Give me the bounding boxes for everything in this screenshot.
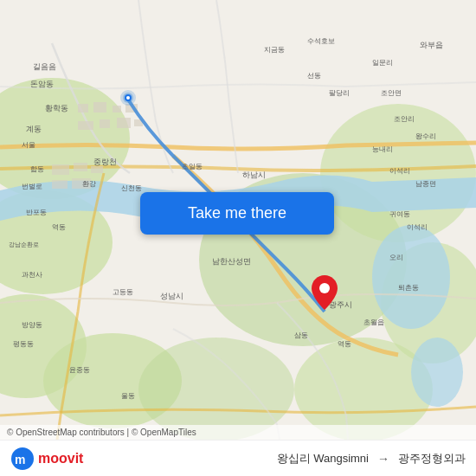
svg-text:오리: 오리 bbox=[389, 254, 403, 261]
destination-marker bbox=[312, 275, 338, 313]
svg-text:반포동: 반포동 bbox=[26, 209, 47, 216]
svg-rect-16 bbox=[78, 121, 93, 130]
svg-text:지금동: 지금동 bbox=[264, 46, 285, 54]
svg-text:울동: 울동 bbox=[121, 392, 135, 400]
svg-text:신천동: 신천동 bbox=[121, 184, 142, 192]
svg-text:삼동: 삼동 bbox=[294, 331, 308, 339]
svg-text:고등동: 고등동 bbox=[113, 288, 133, 296]
svg-text:남종면: 남종면 bbox=[415, 180, 436, 188]
svg-text:귀여동: 귀여동 bbox=[389, 210, 410, 218]
svg-point-10 bbox=[372, 225, 450, 329]
moovit-logo: m moovit bbox=[10, 447, 83, 471]
moovit-brand-icon: m bbox=[10, 447, 35, 471]
svg-text:수석호보: 수석호보 bbox=[307, 37, 335, 45]
moovit-brand-name: moovit bbox=[38, 451, 83, 466]
svg-text:m: m bbox=[15, 453, 25, 466]
svg-point-68 bbox=[319, 283, 330, 293]
svg-text:조안리: 조안리 bbox=[394, 115, 415, 123]
svg-text:돈암동: 돈암동 bbox=[30, 80, 54, 88]
svg-rect-20 bbox=[52, 164, 69, 175]
route-origin: 왕십리 Wangsimni bbox=[277, 451, 369, 466]
attribution: © OpenStreetMap contributors | © OpenMap… bbox=[0, 425, 476, 440]
svg-rect-17 bbox=[100, 119, 110, 128]
route-label: 왕십리 Wangsimni → 광주정형외과 bbox=[277, 451, 466, 466]
svg-text:이석리: 이석리 bbox=[389, 167, 410, 175]
svg-point-72 bbox=[126, 96, 130, 100]
svg-text:번벌로: 번벌로 bbox=[22, 183, 42, 190]
svg-text:환강: 환강 bbox=[82, 180, 96, 188]
svg-text:계동: 계동 bbox=[26, 125, 42, 133]
svg-text:능내리: 능내리 bbox=[372, 145, 393, 153]
svg-text:강남순환로: 강남순환로 bbox=[9, 241, 39, 248]
svg-text:초월읍: 초월읍 bbox=[363, 318, 384, 326]
svg-rect-18 bbox=[117, 118, 131, 128]
svg-text:서울: 서울 bbox=[22, 141, 35, 149]
svg-text:초일동: 초일동 bbox=[182, 163, 203, 170]
origin-marker bbox=[119, 89, 137, 110]
bottom-bar: m moovit 왕십리 Wangsimni → 광주정형외과 bbox=[0, 440, 476, 476]
take-me-there-button[interactable]: Take me there bbox=[140, 192, 334, 235]
svg-point-11 bbox=[411, 338, 463, 407]
svg-rect-12 bbox=[78, 104, 88, 113]
svg-text:성남시: 성남시 bbox=[160, 292, 183, 300]
svg-text:중랑천: 중랑천 bbox=[93, 158, 117, 166]
svg-rect-22 bbox=[91, 166, 103, 173]
svg-text:역동: 역동 bbox=[338, 340, 351, 348]
svg-text:하남시: 하남시 bbox=[242, 170, 266, 179]
route-arrow: → bbox=[377, 452, 389, 466]
svg-text:과천사: 과천사 bbox=[22, 271, 42, 279]
svg-text:와부읍: 와부읍 bbox=[420, 41, 443, 49]
svg-text:합동: 합동 bbox=[30, 165, 44, 173]
svg-text:왕수리: 왕수리 bbox=[415, 132, 436, 140]
svg-text:윤중동: 윤중동 bbox=[69, 366, 90, 374]
svg-rect-13 bbox=[93, 102, 106, 113]
svg-text:황학동: 황학동 bbox=[45, 104, 68, 113]
svg-text:역동: 역동 bbox=[52, 223, 66, 231]
svg-text:조안면: 조안면 bbox=[381, 89, 402, 97]
svg-text:선동: 선동 bbox=[307, 72, 321, 80]
svg-text:길음음: 길음음 bbox=[33, 62, 56, 71]
map-container: 와부읍 길음음 돈암동 황학동 계동 서울 합동 번벌로 반포동 역동 강남순환… bbox=[0, 0, 476, 476]
svg-text:이석리: 이석리 bbox=[407, 223, 428, 231]
attribution-text: © OpenStreetMap contributors | © OpenMap… bbox=[7, 428, 196, 437]
map-background: 와부읍 길음음 돈암동 황학동 계동 서울 합동 번벌로 반포동 역동 강남순환… bbox=[0, 0, 476, 476]
svg-text:평동동: 평동동 bbox=[13, 340, 34, 348]
route-destination: 광주정형외과 bbox=[398, 451, 466, 466]
svg-text:퇴촌동: 퇴촌동 bbox=[398, 284, 419, 292]
svg-rect-21 bbox=[74, 163, 87, 171]
svg-text:일문리: 일문리 bbox=[372, 59, 393, 67]
svg-text:남한산성면: 남한산성면 bbox=[212, 257, 251, 266]
svg-rect-23 bbox=[52, 180, 68, 189]
svg-text:팔당리: 팔당리 bbox=[329, 89, 350, 97]
svg-text:방양동: 방양동 bbox=[22, 321, 42, 329]
